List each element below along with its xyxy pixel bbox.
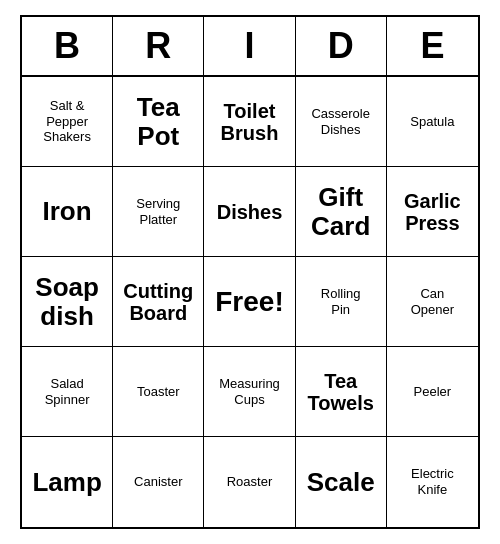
- cell-r4-c3[interactable]: Scale: [296, 437, 387, 527]
- cell-r2-c4[interactable]: CanOpener: [387, 257, 478, 347]
- cell-text-r4-c3: Scale: [307, 468, 375, 497]
- cell-text-r0-c1: TeaPot: [137, 93, 180, 150]
- cell-r4-c1[interactable]: Canister: [113, 437, 204, 527]
- header-letter-I: I: [204, 17, 295, 75]
- cell-text-r3-c4: Peeler: [414, 384, 452, 400]
- header-letter-D: D: [296, 17, 387, 75]
- cell-r4-c4[interactable]: ElectricKnife: [387, 437, 478, 527]
- cell-text-r3-c3: TeaTowels: [308, 370, 374, 414]
- cell-r3-c1[interactable]: Toaster: [113, 347, 204, 437]
- bingo-grid: Salt &PepperShakersTeaPotToiletBrushCass…: [22, 77, 478, 527]
- cell-text-r2-c3: RollingPin: [321, 286, 361, 317]
- cell-text-r2-c4: CanOpener: [411, 286, 454, 317]
- header-letter-E: E: [387, 17, 478, 75]
- header-letter-R: R: [113, 17, 204, 75]
- cell-r2-c1[interactable]: CuttingBoard: [113, 257, 204, 347]
- cell-r2-c3[interactable]: RollingPin: [296, 257, 387, 347]
- cell-r0-c2[interactable]: ToiletBrush: [204, 77, 295, 167]
- cell-r3-c3[interactable]: TeaTowels: [296, 347, 387, 437]
- cell-r1-c2[interactable]: Dishes: [204, 167, 295, 257]
- cell-text-r0-c2: ToiletBrush: [221, 100, 279, 144]
- cell-text-r3-c1: Toaster: [137, 384, 180, 400]
- cell-text-r0-c4: Spatula: [410, 114, 454, 130]
- cell-r1-c3[interactable]: GiftCard: [296, 167, 387, 257]
- cell-r0-c4[interactable]: Spatula: [387, 77, 478, 167]
- cell-text-r4-c1: Canister: [134, 474, 182, 490]
- cell-text-r1-c0: Iron: [43, 197, 92, 226]
- bingo-header: BRIDE: [22, 17, 478, 77]
- cell-r2-c0[interactable]: Soapdish: [22, 257, 113, 347]
- cell-text-r3-c0: SaladSpinner: [45, 376, 90, 407]
- cell-text-r2-c2: Free!: [215, 285, 283, 319]
- cell-text-r4-c4: ElectricKnife: [411, 466, 454, 497]
- cell-r1-c0[interactable]: Iron: [22, 167, 113, 257]
- cell-r0-c1[interactable]: TeaPot: [113, 77, 204, 167]
- cell-text-r1-c1: ServingPlatter: [136, 196, 180, 227]
- cell-text-r0-c0: Salt &PepperShakers: [43, 98, 91, 145]
- bingo-card: BRIDE Salt &PepperShakersTeaPotToiletBru…: [20, 15, 480, 529]
- cell-r0-c3[interactable]: CasseroleDishes: [296, 77, 387, 167]
- cell-r3-c0[interactable]: SaladSpinner: [22, 347, 113, 437]
- cell-text-r1-c3: GiftCard: [311, 183, 370, 240]
- header-letter-B: B: [22, 17, 113, 75]
- cell-r0-c0[interactable]: Salt &PepperShakers: [22, 77, 113, 167]
- cell-r4-c0[interactable]: Lamp: [22, 437, 113, 527]
- cell-text-r0-c3: CasseroleDishes: [311, 106, 370, 137]
- cell-r1-c4[interactable]: GarlicPress: [387, 167, 478, 257]
- cell-r1-c1[interactable]: ServingPlatter: [113, 167, 204, 257]
- cell-text-r2-c1: CuttingBoard: [123, 280, 193, 324]
- cell-r3-c2[interactable]: MeasuringCups: [204, 347, 295, 437]
- cell-r3-c4[interactable]: Peeler: [387, 347, 478, 437]
- cell-r4-c2[interactable]: Roaster: [204, 437, 295, 527]
- cell-r2-c2[interactable]: Free!: [204, 257, 295, 347]
- cell-text-r3-c2: MeasuringCups: [219, 376, 280, 407]
- cell-text-r4-c2: Roaster: [227, 474, 273, 490]
- cell-text-r2-c0: Soapdish: [35, 273, 99, 330]
- cell-text-r1-c4: GarlicPress: [404, 190, 461, 234]
- cell-text-r4-c0: Lamp: [32, 468, 101, 497]
- cell-text-r1-c2: Dishes: [217, 201, 283, 223]
